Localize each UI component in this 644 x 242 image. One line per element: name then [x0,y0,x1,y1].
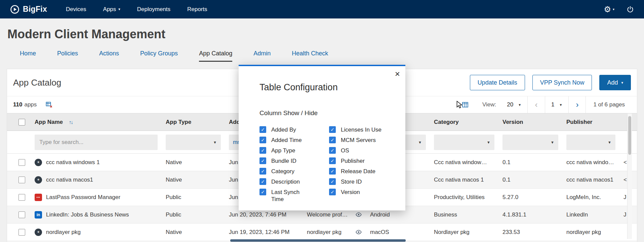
row-checkbox[interactable] [18,177,25,183]
page-title: Modern Client Management [0,18,644,41]
checkbox-checked-icon[interactable] [329,137,336,143]
chevron-down-icon: ▼ [608,140,611,144]
nav-item[interactable]: Apps ▾ [103,6,120,13]
bigfix-brand[interactable]: BigFix [10,5,47,14]
column-toggle[interactable]: Last Synch Time [259,189,329,203]
column-toggle-label: Added Time [271,137,302,144]
column-header-label: App Name [35,119,63,126]
chevron-down-icon: ▼ [418,140,422,144]
publisher-filter[interactable]: ▼ [566,135,615,150]
column-header-category[interactable]: Category [430,119,498,126]
checkbox-checked-icon[interactable] [259,147,266,154]
cell-app-name: ccc nativa windows 1 [31,159,162,166]
search-input[interactable] [35,135,158,150]
column-header-app-name[interactable]: App Name ↑↓ [31,119,162,126]
checkbox-checked-icon[interactable] [329,178,336,185]
checkbox-checked-icon[interactable] [259,126,266,133]
vertical-scrollbar[interactable] [627,113,632,239]
view-description-eye-icon[interactable] [355,212,362,217]
tab[interactable]: Actions [99,50,119,62]
current-page-value: 1 [551,101,554,108]
tab[interactable]: Home [20,50,36,62]
checkbox-checked-icon[interactable] [329,168,336,175]
tab[interactable]: App Catalog [199,50,232,62]
settings-menu[interactable]: ⚙ ▾ [604,5,614,13]
row-checkbox[interactable] [18,229,25,236]
checkbox-checked-icon[interactable] [329,189,336,195]
previous-page-button[interactable]: ‹ [527,96,545,113]
power-icon[interactable] [627,6,634,13]
column-toggle[interactable]: OS [329,147,395,154]
cell-version: 5.27.0 [498,194,562,201]
cell-category: Productivity, Utilities [430,194,498,201]
filter-cell-app-name [31,135,162,150]
update-details-button[interactable]: Update Details [470,75,525,90]
checkbox-checked-icon[interactable] [329,126,336,133]
column-toggle-label: OS [341,147,349,154]
column-toggle[interactable]: App Type [259,147,329,154]
tab[interactable]: Admin [253,50,271,62]
category-filter[interactable]: ▼ [434,135,494,150]
app-icon [35,194,42,201]
row-checkbox[interactable] [18,194,25,201]
close-icon[interactable]: × [395,69,400,78]
checkbox-checked-icon[interactable] [329,147,336,154]
page-size-select[interactable]: 20 ▼ [501,96,527,113]
column-toggle[interactable]: Added By [259,126,329,133]
table-row[interactable]: nordlayer pkg Native Jun 19, 2023, 12:46… [7,224,637,241]
checkbox-checked-icon[interactable] [259,137,266,143]
select-all-checkbox[interactable] [18,119,25,126]
column-header-publisher[interactable]: Publisher [562,119,619,126]
checkbox-checked-icon[interactable] [259,178,266,185]
cell-version: 4.1.831.1 [498,211,562,218]
nav-item-label: Apps [103,6,116,13]
checkbox-checked-icon[interactable] [259,189,266,195]
next-page-button[interactable]: › [568,96,586,113]
checkbox-checked-icon[interactable] [329,157,336,164]
column-toggle[interactable]: Description [259,178,329,185]
vpp-synch-now-button[interactable]: VPP Synch Now [532,75,592,90]
header-checkbox-cell [7,118,31,126]
row-checkbox[interactable] [18,159,25,166]
row-checkbox-cell [7,211,31,218]
sort-icon[interactable]: ↑↓ [69,119,73,125]
cell-app-name: ccc nativa macos1 [31,176,162,184]
version-filter[interactable]: ▼ [502,135,558,150]
horizontal-scrollbar-thumb[interactable] [230,239,406,242]
column-toggle[interactable]: Publisher [329,157,395,164]
main-nav: Devices ▾ Apps ▾ Deployments ▾ Reports ▾ [66,6,207,13]
nav-item[interactable]: Devices ▾ [66,6,86,13]
app-type-filter[interactable]: ▼ [166,135,221,150]
modal-subtitle: Column Show / Hide [259,109,395,117]
view-description-eye-icon[interactable] [355,230,362,235]
column-toggle[interactable]: Store ID [329,178,395,185]
column-toggle-label: Licenses In Use [341,126,381,133]
nav-item[interactable]: Reports ▾ [187,6,207,13]
cell-description: Welcome profe… [303,211,366,218]
tab[interactable]: Policy Groups [140,50,178,62]
row-checkbox[interactable] [18,211,25,218]
column-toggle[interactable]: Licenses In Use [329,126,395,133]
nav-item[interactable]: Deployments ▾ [137,6,170,13]
column-toggle[interactable]: Category [259,168,329,175]
add-button[interactable]: Add ▾ [599,75,631,90]
column-toggle[interactable]: Added Time [259,137,329,144]
checkbox-checked-icon[interactable] [259,157,266,164]
column-toggle[interactable]: Release Date [329,168,395,175]
column-toggle[interactable]: Version [329,189,395,196]
export-table-icon[interactable] [45,100,53,109]
tab[interactable]: Policies [57,50,78,62]
column-header-version[interactable]: Version [498,119,562,126]
column-configuration-icon[interactable] [461,100,470,109]
chevron-down-icon: ▼ [213,140,217,144]
tab[interactable]: Health Check [292,50,328,62]
apps-count-value: 110 [13,101,22,108]
checkbox-checked-icon[interactable] [259,168,266,175]
chevron-down-icon: ▼ [518,103,521,107]
cell-app-type: Native [162,159,225,166]
vertical-scrollbar-thumb[interactable] [628,116,631,155]
current-page-select[interactable]: 1 ▼ [545,96,568,113]
column-toggle[interactable]: Bundle ID [259,157,329,164]
column-header-app-type[interactable]: App Type [162,119,225,126]
column-toggle[interactable]: MCM Servers [329,137,395,144]
